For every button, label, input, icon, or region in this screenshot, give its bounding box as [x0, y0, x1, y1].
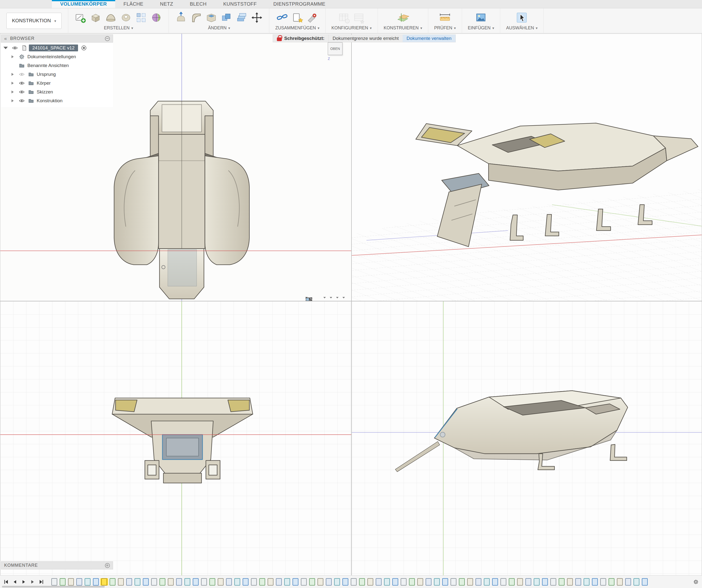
browser-header[interactable]: « BROWSER — [1, 34, 113, 42]
timeline-feature-icon[interactable] — [218, 578, 224, 586]
timeline-feature-icon[interactable] — [292, 578, 299, 586]
timeline-feature-icon[interactable] — [309, 578, 315, 586]
visibility-eye-icon[interactable] — [12, 45, 18, 51]
expand-panel-icon[interactable] — [105, 563, 110, 568]
timeline-feature-icon[interactable] — [633, 578, 639, 586]
timeline-feature-icon[interactable] — [401, 578, 406, 586]
step-forward-button[interactable] — [29, 578, 36, 586]
display-settings-icon[interactable] — [330, 297, 332, 299]
timeline-feature-icon[interactable] — [459, 578, 465, 586]
timeline-feature-icon[interactable] — [209, 578, 215, 586]
tab-volumenkoerper[interactable]: VOLUMENKÖRPER — [52, 0, 115, 8]
timeline-feature-icon[interactable] — [567, 578, 573, 586]
expand-arrow-icon[interactable] — [11, 55, 14, 58]
timeline-feature-icon[interactable] — [60, 578, 66, 586]
timeline-feature-icon[interactable] — [318, 578, 323, 586]
press-pull-icon[interactable] — [174, 11, 187, 24]
visibility-eye-icon[interactable] — [19, 89, 25, 95]
configure-table-icon[interactable] — [338, 11, 350, 24]
expand-arrow-icon[interactable] — [11, 91, 14, 94]
expand-arrow-icon[interactable] — [11, 99, 14, 102]
timeline-feature-icon[interactable] — [176, 578, 182, 586]
timeline-feature-icon[interactable] — [492, 578, 498, 586]
timeline-feature-icon[interactable] — [525, 578, 531, 586]
move-icon[interactable] — [250, 11, 263, 24]
timeline-feature-icon[interactable] — [584, 578, 589, 586]
timeline-feature-icon[interactable] — [625, 578, 631, 586]
einfuegen-group-dropdown[interactable]: EINFÜGEN — [468, 25, 494, 30]
new-component-icon[interactable] — [291, 11, 304, 24]
timeline-feature-icon[interactable] — [134, 578, 140, 586]
timeline-feature-icon[interactable] — [434, 578, 440, 586]
konfigurieren-group-dropdown[interactable]: KONFIGURIEREN — [331, 25, 372, 30]
timeline-feature-icon[interactable] — [334, 578, 340, 586]
tab-kunststoff[interactable]: KUNSTSTOFF — [215, 0, 265, 8]
timeline-feature-icon[interactable] — [475, 578, 481, 586]
timeline-feature-icon[interactable] — [226, 578, 232, 586]
timeline-feature-icon[interactable] — [326, 578, 332, 586]
measure-icon[interactable] — [439, 11, 451, 24]
active-component-radio[interactable] — [82, 45, 86, 50]
expand-arrow-icon[interactable] — [3, 47, 8, 49]
timeline-feature-icon[interactable] — [575, 578, 581, 586]
erstellen-group-dropdown[interactable]: ERSTELLEN — [104, 25, 133, 30]
timeline-feature-icon[interactable] — [201, 578, 207, 586]
timeline-feature-icon[interactable] — [442, 578, 448, 586]
timeline-feature-icon[interactable] — [376, 578, 381, 586]
zusammenfuegen-group-dropdown[interactable]: ZUSAMMENFÜGEN — [275, 25, 320, 30]
tab-dienstprogramme[interactable]: DIENSTPROGRAMME — [265, 0, 334, 8]
timeline-feature-icon[interactable] — [384, 578, 390, 586]
timeline-feature-icon[interactable] — [143, 578, 149, 586]
loft-icon[interactable] — [104, 11, 117, 24]
timeline-feature-icon[interactable] — [451, 578, 456, 586]
tab-flaeche[interactable]: FLÄCHE — [115, 0, 152, 8]
timeline-feature-icon[interactable] — [51, 578, 57, 586]
konstruktion-dropdown-button[interactable]: KONSTRUKTION — [6, 13, 62, 29]
timeline-feature-icon[interactable] — [267, 578, 273, 586]
timeline-feature-icon[interactable] — [193, 578, 199, 586]
timeline-feature-icon[interactable] — [417, 578, 423, 586]
manage-documents-link[interactable]: Dokumente verwalten — [402, 35, 455, 42]
timeline-feature-icon[interactable] — [151, 578, 157, 586]
timeline-feature-icon[interactable] — [259, 578, 265, 586]
shell-icon[interactable] — [205, 11, 218, 24]
timeline-feature-icon[interactable] — [85, 578, 91, 586]
collapse-panel-icon[interactable] — [105, 36, 110, 41]
browser-item-skizzen[interactable]: Skizzen — [1, 88, 113, 96]
visibility-eye-icon[interactable] — [19, 98, 25, 104]
offset-face-icon[interactable] — [235, 11, 248, 24]
timeline-feature-icon[interactable] — [301, 578, 307, 586]
construction-plane-icon[interactable] — [396, 11, 409, 24]
viewport-perspective-view[interactable] — [351, 33, 702, 301]
browser-item-konstruktion[interactable]: Konstruktion — [1, 96, 113, 105]
configuration-list-icon[interactable] — [353, 11, 365, 24]
browser-item-benannte-ansichten[interactable]: Benannte Ansichten — [1, 61, 113, 70]
timeline-feature-icon[interactable] — [550, 578, 556, 586]
timeline-feature-icon[interactable] — [426, 578, 432, 586]
timeline-feature-icon[interactable] — [101, 578, 107, 586]
visibility-eye-icon[interactable] — [19, 80, 25, 86]
timeline-feature-icon[interactable] — [68, 578, 74, 586]
timeline-feature-icon[interactable] — [159, 578, 165, 586]
timeline-feature-icon[interactable] — [367, 578, 373, 586]
pattern-icon[interactable] — [135, 11, 147, 24]
viewcube-face-oben[interactable]: OBEN — [328, 42, 342, 55]
timeline-feature-icon[interactable] — [608, 578, 614, 586]
select-cursor-icon[interactable] — [515, 11, 528, 24]
viewport-front-view[interactable] — [0, 301, 351, 576]
viewport-side-view[interactable] — [351, 301, 702, 576]
collapse-left-icon[interactable]: « — [4, 36, 7, 41]
timeline-feature-icon[interactable] — [93, 578, 99, 586]
timeline-feature-icon[interactable] — [509, 578, 515, 586]
timeline-feature-icon[interactable] — [559, 578, 565, 586]
expand-arrow-icon[interactable] — [11, 73, 14, 76]
timeline-feature-icon[interactable] — [642, 578, 648, 586]
visibility-eye-icon[interactable] — [19, 72, 25, 77]
comments-header[interactable]: KOMMENTARE — [1, 561, 113, 569]
step-back-button[interactable] — [11, 578, 19, 586]
skip-to-end-button[interactable] — [38, 578, 45, 586]
konstruieren-group-dropdown[interactable]: KONSTRUIEREN — [384, 25, 423, 30]
timeline-feature-icon[interactable] — [185, 578, 190, 586]
browser-root-item[interactable]: 241014_SPACE v12 — [1, 43, 113, 52]
fillet-icon[interactable] — [190, 11, 203, 24]
